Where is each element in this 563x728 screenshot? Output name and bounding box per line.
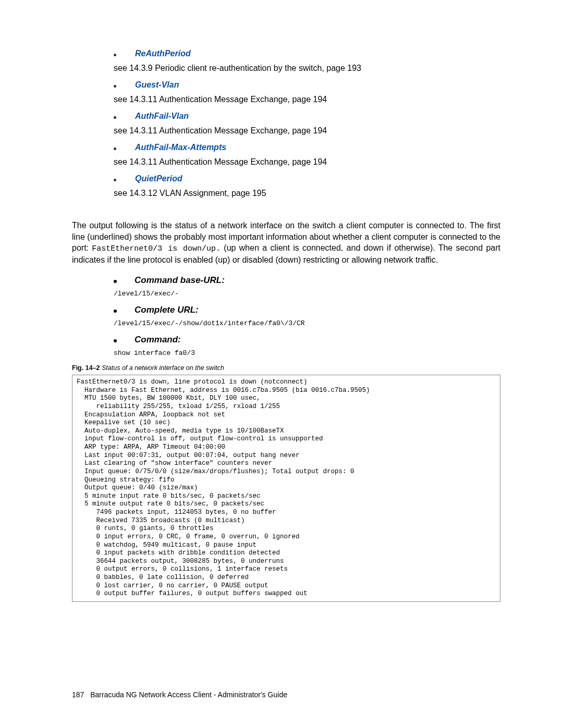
complete-url-value: /level/15/exec/-/show/dot1x/interface/fa… — [114, 319, 500, 327]
code-output-box: FastEthernet0/3 is down, line protocol i… — [72, 375, 500, 602]
link-authfail-max-attempts[interactable]: AuthFail-Max-Attempts — [135, 143, 226, 152]
see-reference-text: see 14.3.11 Authentication Message Excha… — [114, 126, 500, 135]
command-heading-row: Complete URL: — [114, 305, 500, 315]
command-value: show interface fa0/3 — [114, 349, 500, 357]
link-authfail-vlan[interactable]: AuthFail-Vlan — [135, 112, 189, 121]
figure-label: Fig. 14–2 — [72, 364, 100, 372]
link-reauthperiod[interactable]: ReAuthPeriod — [135, 49, 191, 58]
bullet-item: AuthFail-Max-Attempts — [114, 143, 500, 152]
page-number: 187 — [72, 690, 84, 699]
see-reference-text: see 14.3.11 Authentication Message Excha… — [114, 157, 500, 167]
link-quietperiod[interactable]: QuietPeriod — [135, 174, 182, 183]
page-footer: 187 Barracuda NG Network Access Client -… — [72, 690, 287, 699]
command-heading: Command: — [134, 335, 181, 345]
command-heading-row: Command: — [114, 335, 500, 345]
bullet-icon — [114, 339, 117, 342]
bullet-link-list: ReAuthPeriod see 14.3.9 Periodic client … — [114, 49, 500, 198]
bullet-icon — [114, 85, 116, 88]
bullet-icon — [114, 179, 116, 181]
command-base-url-value: /level/15/exec/- — [114, 290, 500, 298]
bullet-icon — [114, 280, 117, 283]
figure-caption: Fig. 14–2 Status of a network interface … — [72, 364, 500, 372]
body-paragraph: The output following is the status of a … — [72, 220, 500, 266]
see-reference-text: see 14.3.12 VLAN Assignment, page 195 — [114, 189, 500, 198]
bullet-item: Guest-Vlan — [114, 80, 500, 90]
command-section-list: Command base-URL: /level/15/exec/- Compl… — [114, 275, 500, 357]
bullet-icon — [114, 147, 116, 150]
bullet-item: ReAuthPeriod — [114, 49, 500, 58]
see-reference-text: see 14.3.11 Authentication Message Excha… — [114, 95, 500, 104]
complete-url-heading: Complete URL: — [134, 305, 199, 315]
command-base-url-heading: Command base-URL: — [134, 275, 225, 286]
bullet-item: QuietPeriod — [114, 174, 500, 183]
command-heading-row: Command base-URL: — [114, 275, 500, 286]
bullet-icon — [114, 310, 117, 313]
bullet-item: AuthFail-Vlan — [114, 112, 500, 121]
footer-title: Barracuda NG Network Access Client - Adm… — [90, 690, 287, 699]
bullet-icon — [114, 54, 116, 56]
bullet-icon — [114, 116, 116, 119]
figure-title: Status of a network interface on the swi… — [102, 364, 224, 372]
inline-code: FastEthernet0/3 is down/up. — [92, 244, 221, 253]
link-guest-vlan[interactable]: Guest-Vlan — [135, 80, 179, 90]
see-reference-text: see 14.3.9 Periodic client re-authentica… — [114, 64, 500, 73]
